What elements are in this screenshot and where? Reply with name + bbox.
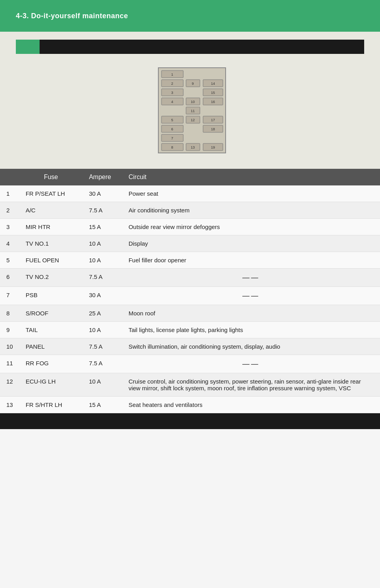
table-row: 6TV NO.27.5 A—— bbox=[0, 269, 380, 287]
cell-num: 9 bbox=[0, 322, 19, 338]
cell-circuit: Cruise control, air conditioning system,… bbox=[122, 373, 380, 397]
fuse-table-section: Fuse Ampere Circuit 1FR P/SEAT LH30 APow… bbox=[0, 169, 380, 413]
cell-ampere: 7.5 A bbox=[83, 355, 122, 373]
fuse-box-svg: 1 2 9 14 3 15 4 10 16 11 5 bbox=[146, 66, 234, 157]
cell-fuse: PSB bbox=[19, 287, 83, 305]
cell-fuse: MIR HTR bbox=[19, 219, 83, 235]
table-row: 10PANEL7.5 ASwitch illumination, air con… bbox=[0, 338, 380, 355]
svg-text:18: 18 bbox=[211, 127, 215, 131]
table-row: 8S/ROOF25 AMoon roof bbox=[0, 305, 380, 322]
cell-num: 6 bbox=[0, 269, 19, 287]
cell-num: 2 bbox=[0, 202, 19, 219]
svg-text:10: 10 bbox=[191, 100, 195, 104]
cell-num: 8 bbox=[0, 305, 19, 322]
cell-ampere: 10 A bbox=[83, 252, 122, 269]
table-row: 9TAIL10 ATail lights, license plate ligh… bbox=[0, 322, 380, 338]
content-area: 1 2 9 14 3 15 4 10 16 11 5 bbox=[0, 32, 380, 169]
svg-text:11: 11 bbox=[191, 109, 195, 113]
cell-circuit: Seat heaters and ventilators bbox=[122, 397, 380, 413]
cell-ampere: 15 A bbox=[83, 397, 122, 413]
cell-circuit: —— bbox=[122, 287, 380, 305]
cell-ampere: 7.5 A bbox=[83, 269, 122, 287]
table-row: 4TV NO.110 ADisplay bbox=[0, 235, 380, 252]
cell-circuit: Display bbox=[122, 235, 380, 252]
cell-num: 4 bbox=[0, 235, 19, 252]
cell-ampere: 25 A bbox=[83, 305, 122, 322]
cell-ampere: 15 A bbox=[83, 219, 122, 235]
cell-circuit: —— bbox=[122, 269, 380, 287]
svg-text:6: 6 bbox=[171, 127, 173, 131]
svg-text:13: 13 bbox=[191, 145, 195, 149]
table-row: 2A/C7.5 AAir conditioning system bbox=[0, 202, 380, 219]
table-row: 12ECU-IG LH10 ACruise control, air condi… bbox=[0, 373, 380, 397]
cell-circuit: —— bbox=[122, 355, 380, 373]
cell-num: 1 bbox=[0, 185, 19, 202]
col-header-ampere: Ampere bbox=[83, 169, 122, 185]
table-row: 7PSB30 A—— bbox=[0, 287, 380, 305]
cell-circuit: Moon roof bbox=[122, 305, 380, 322]
cell-ampere: 10 A bbox=[83, 235, 122, 252]
svg-text:15: 15 bbox=[211, 91, 215, 95]
table-row: 3MIR HTR15 AOutside rear view mirror def… bbox=[0, 219, 380, 235]
cell-circuit: Power seat bbox=[122, 185, 380, 202]
cell-circuit: Fuel filler door opener bbox=[122, 252, 380, 269]
cell-fuse: TV NO.2 bbox=[19, 269, 83, 287]
svg-text:9: 9 bbox=[192, 82, 194, 86]
header-bar: 4-3. Do-it-yourself maintenance bbox=[0, 0, 380, 32]
cell-fuse: A/C bbox=[19, 202, 83, 219]
cell-num: 7 bbox=[0, 287, 19, 305]
cell-num: 3 bbox=[0, 219, 19, 235]
page-title: 4-3. Do-it-yourself maintenance bbox=[16, 12, 128, 20]
svg-text:16: 16 bbox=[211, 100, 215, 104]
cell-fuse: TV NO.1 bbox=[19, 235, 83, 252]
cell-fuse: FR S/HTR LH bbox=[19, 397, 83, 413]
svg-text:7: 7 bbox=[171, 136, 173, 140]
cell-circuit: Air conditioning system bbox=[122, 202, 380, 219]
svg-text:4: 4 bbox=[171, 100, 173, 104]
cell-circuit: Outside rear view mirror defoggers bbox=[122, 219, 380, 235]
svg-text:3: 3 bbox=[171, 91, 173, 95]
cell-num: 13 bbox=[0, 397, 19, 413]
col-header-fuse: Fuse bbox=[19, 169, 83, 185]
svg-text:14: 14 bbox=[211, 82, 215, 86]
cell-fuse: RR FOG bbox=[19, 355, 83, 373]
fuse-diagram: 1 2 9 14 3 15 4 10 16 11 5 bbox=[16, 62, 364, 157]
cell-ampere: 7.5 A bbox=[83, 202, 122, 219]
cell-num: 10 bbox=[0, 338, 19, 355]
fuse-table: Fuse Ampere Circuit 1FR P/SEAT LH30 APow… bbox=[0, 169, 380, 413]
section-bar-accent bbox=[16, 40, 40, 54]
col-header-circuit: Circuit bbox=[122, 169, 380, 185]
svg-text:12: 12 bbox=[191, 118, 195, 122]
table-row: 13FR S/HTR LH15 ASeat heaters and ventil… bbox=[0, 397, 380, 413]
cell-fuse: TAIL bbox=[19, 322, 83, 338]
table-body: 1FR P/SEAT LH30 APower seat2A/C7.5 AAir … bbox=[0, 185, 380, 413]
cell-ampere: 30 A bbox=[83, 185, 122, 202]
cell-fuse: PANEL bbox=[19, 338, 83, 355]
cell-circuit: Tail lights, license plate lights, parki… bbox=[122, 322, 380, 338]
cell-fuse: FR P/SEAT LH bbox=[19, 185, 83, 202]
svg-text:19: 19 bbox=[211, 145, 215, 149]
svg-text:5: 5 bbox=[171, 118, 173, 122]
cell-num: 12 bbox=[0, 373, 19, 397]
page-bottom-bar bbox=[0, 413, 380, 429]
cell-fuse: FUEL OPEN bbox=[19, 252, 83, 269]
cell-num: 5 bbox=[0, 252, 19, 269]
cell-ampere: 10 A bbox=[83, 373, 122, 397]
cell-num: 11 bbox=[0, 355, 19, 373]
cell-ampere: 30 A bbox=[83, 287, 122, 305]
svg-text:8: 8 bbox=[171, 145, 173, 149]
col-header-num bbox=[0, 169, 19, 185]
table-row: 5FUEL OPEN10 AFuel filler door opener bbox=[0, 252, 380, 269]
table-row: 11RR FOG7.5 A—— bbox=[0, 355, 380, 373]
table-header-row: Fuse Ampere Circuit bbox=[0, 169, 380, 185]
section-bar bbox=[16, 40, 364, 54]
svg-text:2: 2 bbox=[171, 82, 173, 86]
table-row: 1FR P/SEAT LH30 APower seat bbox=[0, 185, 380, 202]
svg-text:1: 1 bbox=[171, 73, 173, 76]
cell-fuse: ECU-IG LH bbox=[19, 373, 83, 397]
cell-circuit: Switch illumination, air conditioning sy… bbox=[122, 338, 380, 355]
svg-text:17: 17 bbox=[211, 118, 215, 122]
cell-ampere: 7.5 A bbox=[83, 338, 122, 355]
cell-fuse: S/ROOF bbox=[19, 305, 83, 322]
cell-ampere: 10 A bbox=[83, 322, 122, 338]
